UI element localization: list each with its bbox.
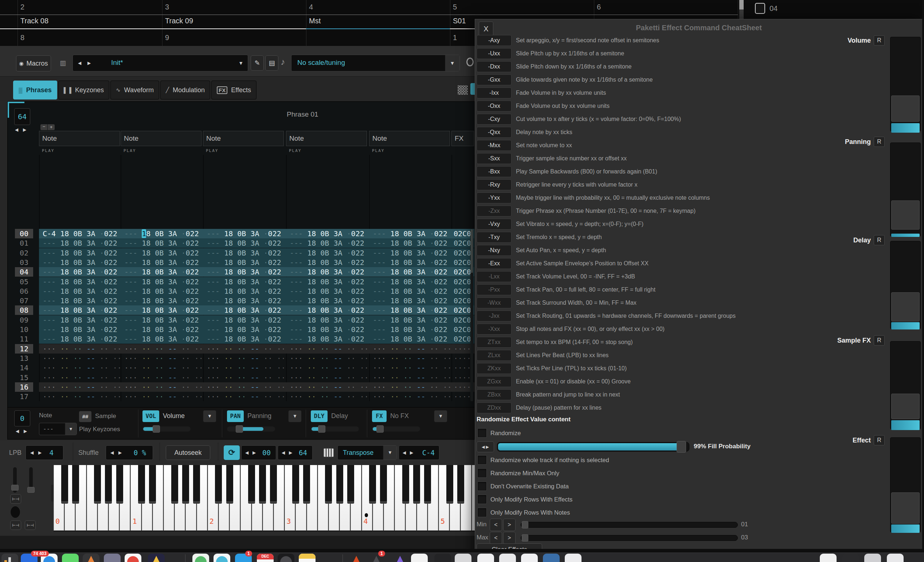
fx-cell[interactable]: ···· [454,382,472,392]
dock-app-icon[interactable] [521,554,538,562]
note-cell[interactable]: --- 18 0B 3A ·022 [373,325,451,334]
section-value-slider-2[interactable] [890,143,921,236]
note-cell[interactable]: --- 18 0B 3A ·022 [207,296,285,305]
command-button-lxx[interactable]: -Lxx [477,271,512,282]
note-cell[interactable]: --- 18 0B 3A ·022 [207,325,285,334]
fx-cell[interactable]: ···· [454,373,472,382]
fill-probability-handle[interactable] [676,441,686,453]
loop-start-dec-icon[interactable]: ◀ [245,450,249,455]
fx-cell[interactable]: 02C0 [454,277,472,287]
note-cell[interactable]: --- 18 0B 3A ·022 [207,229,285,238]
pattern-row[interactable]: --- 18 0B 3A ·022--- 18 0B 3A ·022--- 18… [39,315,475,325]
dock-app-icon[interactable] [348,554,365,562]
dock-app-icon[interactable] [62,554,79,562]
randomize-section-button[interactable]: R [874,235,885,245]
matrix-scrollbar-thumb[interactable] [739,0,744,9]
delay-slider[interactable] [311,427,359,431]
note-cell[interactable]: ··· ·· ·· -- ·· ··· [124,353,202,363]
fx-cell[interactable]: 02C0 [454,287,472,296]
note-cell[interactable]: --- 18 0B 3A ·022 [43,238,121,248]
note-cell[interactable]: --- 18 0B 3A ·022 [290,229,368,238]
dock-app-icon[interactable] [434,554,451,562]
black-key[interactable] [105,465,112,504]
matrix-pattern-slot[interactable]: 9 [165,33,169,42]
black-key[interactable] [347,465,354,504]
note-cell[interactable]: --- 18 0B 3A ·022 [43,287,121,296]
black-key[interactable] [369,465,376,504]
option-checkbox[interactable] [477,468,487,478]
pattern-row[interactable]: C-4 18 0B 3A ·022--- 18 0B 3A ·022--- 18… [39,229,475,238]
step-box[interactable]: 0 [14,410,30,427]
command-button-pxx[interactable]: -Pxx [477,284,512,295]
section-value-slider-3[interactable] [890,241,921,329]
note-cell[interactable]: --- 18 0B 3A ·022 [290,238,368,248]
command-button-nxy[interactable]: -Nxy [477,245,512,256]
slider-handle[interactable] [891,394,920,419]
black-key[interactable] [149,465,156,504]
loop-start-inc-icon[interactable]: ▶ [252,450,256,455]
black-key[interactable] [226,465,233,504]
pattern-row[interactable]: --- 18 0B 3A ·022--- 18 0B 3A ·022--- 18… [39,287,475,296]
note-cell[interactable]: ··· ·· ·· -- ·· ··· [43,392,121,401]
note-cell[interactable]: --- 18 0B 3A ·022 [124,305,202,315]
note-cell[interactable]: --- 18 0B 3A ·022 [207,258,285,267]
dock-app-icon[interactable] [864,554,881,562]
note-cell[interactable]: ··· ·· ·· -- ·· ··· [290,392,368,401]
max-inc-button[interactable]: > [503,532,516,544]
instrument-edit-button[interactable]: ✎ [250,56,264,71]
note-cell[interactable]: ··· ·· ·· -- ·· ··· [124,344,202,353]
note-cell[interactable]: --- 18 0B 3A ·022 [124,248,202,258]
scale-dropdown-icon[interactable]: ▼ [445,55,459,71]
loop-end-dec-icon[interactable]: ◀ [282,450,285,455]
instrument-save-button[interactable]: ▤ [265,56,278,71]
pattern-row[interactable]: --- 18 0B 3A ·022--- 18 0B 3A ·022--- 18… [39,305,475,315]
tab-modulation[interactable]: ╱Modulation [160,81,210,99]
note-cell[interactable]: --- 18 0B 3A ·022 [290,315,368,325]
note-cell[interactable]: ··· ·· ·· -- ·· ··· [373,392,451,401]
command-button-zbxx[interactable]: ZBxx [477,389,512,400]
lpb-dec-icon[interactable]: ◀ [30,450,33,455]
loop-button[interactable]: ⟳ [224,445,240,460]
fx-cell[interactable]: ···· [454,353,472,363]
black-key[interactable] [446,465,453,504]
note-cell[interactable]: --- 18 0B 3A ·022 [124,229,202,238]
shuffle-inc-icon[interactable]: ▶ [118,450,122,455]
command-button-ixx[interactable]: -Ixx [477,87,512,98]
note-cell[interactable]: ··· ·· ·· -- ·· ··· [207,353,285,363]
black-key[interactable] [303,465,310,504]
command-button-cxy[interactable]: -Cxy [477,114,512,125]
fx-cell[interactable]: 02C0 [454,258,472,267]
command-button-yxx[interactable]: -Yxx [477,192,512,203]
loop-end-stepper[interactable]: ◀ ▶ 64 [278,445,313,460]
fx-cell[interactable]: 02C0 [454,305,472,315]
tab-keyzones[interactable]: ▌▐Keyzones [58,81,109,99]
delay-slider-handle[interactable] [318,425,326,433]
pattern-row[interactable]: --- 18 0B 3A ·022--- 18 0B 3A ·022--- 18… [39,325,475,334]
note-cell[interactable]: ··· ·· ·· -- ·· ··· [290,344,368,353]
pattern-row[interactable]: --- 18 0B 3A ·022--- 18 0B 3A ·022--- 18… [39,334,475,344]
fx-cell[interactable]: 02C0 [454,325,472,334]
note-cell[interactable]: --- 18 0B 3A ·022 [43,315,121,325]
piano-keyboard[interactable]: 012345 [54,465,475,531]
command-button-zxx[interactable]: -Zxx [477,206,512,216]
fill-stepper[interactable]: ◀ ▶ [477,441,494,452]
note-column-dropdown-icon[interactable]: ▼ [65,423,76,435]
autoseek-button[interactable]: Autoseek [166,445,210,460]
command-button-rxy[interactable]: -Rxy [477,179,512,190]
pattern-row[interactable]: ··· ·· ·· -- ·· ······ ·· ·· -- ·· ·····… [39,392,475,401]
pattern-scrollbar-thumb[interactable] [471,229,473,273]
command-button-jxx[interactable]: -Jxx [477,311,512,322]
note-cell[interactable]: --- 18 0B 3A ·022 [43,258,121,267]
randomize-section-button[interactable]: R [874,137,885,147]
matrix-pattern-slot[interactable]: 1 [453,33,457,42]
section-value-slider-1[interactable] [890,37,921,132]
grid-toggle-icon[interactable] [458,85,468,95]
command-button-gxx[interactable]: -Gxx [477,74,512,85]
note-cell[interactable]: ··· ·· ·· -- ·· ··· [207,373,285,382]
randomize-checkbox[interactable] [477,428,487,438]
step-prev-icon[interactable]: ◀ [16,428,19,434]
min-inc-button[interactable]: > [503,518,516,531]
dock-app-icon[interactable] [148,554,165,562]
shuffle-stepper[interactable]: ◀ ▶ 0 % [106,445,153,460]
black-key[interactable] [171,465,178,504]
